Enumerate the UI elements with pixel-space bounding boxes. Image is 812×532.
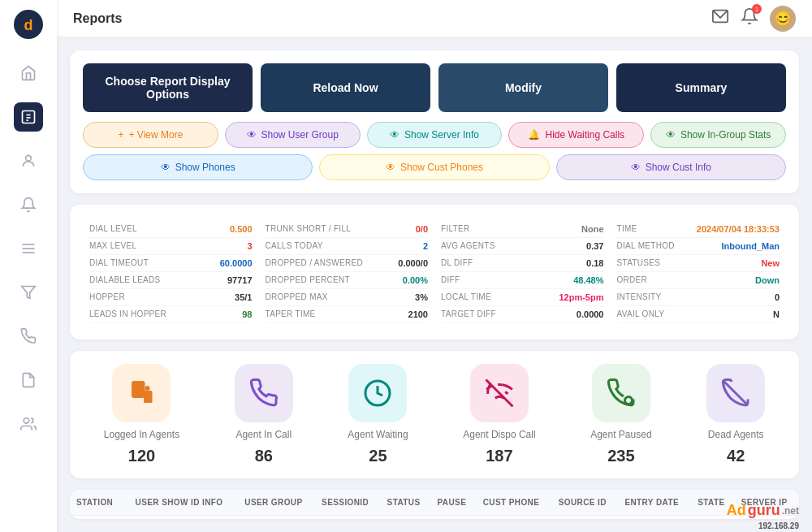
eye-icon-3: 👁 bbox=[666, 129, 676, 141]
stat-leads-in-hopper: LEADS IN HOPPER 98 bbox=[89, 306, 253, 323]
choose-report-button[interactable]: Choose Report Display Options bbox=[83, 63, 253, 112]
stat-dial-method: DIAL METHOD Inbound_Man bbox=[617, 238, 780, 255]
eye-icon-2: 👁 bbox=[390, 129, 400, 141]
stat-time: TIME 2024/07/04 18:33:53 bbox=[617, 221, 780, 238]
modify-button[interactable]: Modify bbox=[438, 63, 608, 112]
dispo-count: 187 bbox=[486, 447, 512, 465]
td-source-id bbox=[552, 516, 619, 520]
sidebar-item-filter[interactable] bbox=[14, 278, 43, 307]
table-row: SIP/gs103 1607 Admin 8600051 Paused bbox=[70, 516, 799, 520]
notification-badge: 1 bbox=[752, 4, 762, 14]
th-entry-date: ENTRY DATE bbox=[618, 490, 691, 516]
show-server-info-button[interactable]: 👁 Show Server Info bbox=[367, 122, 503, 148]
toolbar-card: Choose Report Display Options Reload Now… bbox=[70, 50, 799, 193]
agent-in-call-card: Agent In Call 86 bbox=[235, 364, 293, 465]
stat-dropped-max: DROPPED MAX 3% bbox=[266, 289, 429, 306]
td-entry-date bbox=[618, 516, 691, 520]
th-source-id: SOURCE ID bbox=[552, 490, 619, 516]
waiting-icon-wrap bbox=[348, 364, 407, 422]
header: Reports 1 😊 bbox=[57, 0, 812, 37]
sidebar-item-docs[interactable] bbox=[14, 365, 43, 395]
td-user-show-id: 1607 bbox=[129, 516, 239, 520]
mail-icon[interactable] bbox=[711, 7, 729, 29]
table-header-row: STATION USER SHOW ID INFO USER GROUP SES… bbox=[70, 490, 799, 516]
svg-rect-14 bbox=[144, 391, 153, 403]
waiting-label: Agent Waiting bbox=[348, 429, 408, 440]
dead-agents-card: Dead Agents 42 bbox=[706, 364, 765, 465]
stats-col-3: FILTER None AVG AGENTS 0.37 DL DIFF 0.18… bbox=[434, 218, 611, 327]
th-user-group: USER GROUP bbox=[238, 490, 315, 516]
bell-icon-btn: 🔔 bbox=[528, 129, 540, 141]
stat-trunk-short: TRUNK SHORT / FILL 0/0 bbox=[266, 221, 429, 238]
watermark-guru: guru bbox=[748, 502, 780, 519]
show-cust-phones-button[interactable]: 👁 Show Cust Phones bbox=[319, 154, 549, 180]
svg-rect-13 bbox=[132, 381, 145, 398]
dead-label: Dead Agents bbox=[708, 429, 764, 440]
stat-target-diff: TARGET DIFF 0.0000 bbox=[441, 306, 604, 323]
sidebar-item-users[interactable] bbox=[14, 146, 43, 175]
th-status: STATUS bbox=[381, 490, 431, 516]
eye-icon-5: 👁 bbox=[386, 162, 395, 173]
app-logo[interactable]: d bbox=[12, 8, 45, 41]
th-cust-phone: CUST PHONE bbox=[477, 490, 552, 516]
dispo-icon-wrap bbox=[470, 364, 529, 422]
paused-label: Agent Paused bbox=[590, 429, 651, 440]
top-buttons-row: Choose Report Display Options Reload Now… bbox=[83, 63, 786, 112]
logged-in-agents-card: Logged In Agents 120 bbox=[104, 364, 179, 465]
sidebar-item-notifications[interactable] bbox=[14, 190, 43, 219]
logged-in-label: Logged In Agents bbox=[104, 429, 179, 440]
svg-point-15 bbox=[145, 386, 150, 391]
dead-count: 42 bbox=[727, 447, 745, 465]
sidebar-item-team[interactable] bbox=[14, 409, 43, 439]
td-station: SIP/gs103 bbox=[70, 516, 129, 520]
stat-max-level: MAX LEVEL 3 bbox=[89, 238, 253, 255]
waiting-count: 25 bbox=[369, 447, 387, 465]
agents-table-card: STATION USER SHOW ID INFO USER GROUP SES… bbox=[70, 490, 799, 519]
stats-col-4: TIME 2024/07/04 18:33:53 DIAL METHOD Inb… bbox=[611, 218, 787, 327]
stats-col-2: TRUNK SHORT / FILL 0/0 CALLS TODAY 2 DRO… bbox=[259, 218, 435, 327]
stat-avg-agents: AVG AGENTS 0.37 bbox=[441, 238, 604, 255]
summary-button[interactable]: Summary bbox=[616, 63, 786, 112]
stat-dialable-leads: DIALABLE LEADS 97717 bbox=[89, 272, 253, 289]
sidebar-item-phone[interactable] bbox=[14, 322, 43, 351]
content-area: Choose Report Display Options Reload Now… bbox=[57, 37, 812, 532]
stats-grid: DIAL LEVEL 0.500 MAX LEVEL 3 DIAL TIMEOU… bbox=[83, 218, 786, 327]
agents-table: STATION USER SHOW ID INFO USER GROUP SES… bbox=[70, 490, 799, 519]
logged-in-icon-wrap bbox=[112, 364, 171, 422]
stat-statuses: STATUSES New bbox=[617, 255, 780, 272]
bell-icon[interactable]: 1 bbox=[741, 7, 758, 29]
td-pause bbox=[430, 516, 476, 520]
logged-in-count: 120 bbox=[128, 447, 155, 465]
dispo-label: Agent Dispo Call bbox=[463, 429, 535, 440]
th-pause: PAUSE bbox=[430, 490, 476, 516]
plus-icon: + bbox=[118, 129, 123, 141]
view-more-button[interactable]: + + View More bbox=[83, 122, 218, 148]
agent-cards-section: Logged In Agents 120 Agent In Call 86 Ag… bbox=[70, 351, 799, 478]
stat-dial-timeout: DIAL TIMEOUT 60.0000 bbox=[89, 255, 253, 272]
watermark-ad: Ad bbox=[727, 502, 746, 519]
svg-point-6 bbox=[26, 155, 32, 161]
show-user-group-button[interactable]: 👁 Show User Group bbox=[225, 122, 361, 148]
eye-icon-6: 👁 bbox=[631, 162, 641, 173]
stat-local-time: LOCAL TIME 12pm-5pm bbox=[441, 289, 604, 306]
in-call-icon-wrap bbox=[235, 364, 293, 422]
sub-buttons-row: + + View More 👁 Show User Group 👁 Show S… bbox=[83, 122, 786, 180]
sidebar-item-reports[interactable] bbox=[14, 102, 43, 132]
show-ingroup-stats-button[interactable]: 👁 Show In-Group Stats bbox=[650, 122, 786, 148]
show-phones-button[interactable]: 👁 Show Phones bbox=[83, 154, 313, 180]
reload-now-button[interactable]: Reload Now bbox=[261, 63, 430, 112]
sidebar-item-list[interactable] bbox=[14, 234, 43, 263]
stat-order: ORDER Down bbox=[617, 272, 780, 289]
sidebar-item-home[interactable] bbox=[14, 58, 43, 88]
avatar[interactable]: 😊 bbox=[770, 6, 796, 32]
stat-dl-diff: DL DIFF 0.18 bbox=[441, 255, 604, 272]
stat-diff: DIFF 48.48% bbox=[441, 272, 604, 289]
agent-waiting-card: Agent Waiting 25 bbox=[348, 364, 408, 465]
th-station: STATION bbox=[70, 490, 129, 516]
show-cust-info-button[interactable]: 👁 Show Cust Info bbox=[556, 154, 786, 180]
header-actions: 1 😊 bbox=[711, 6, 796, 32]
stat-dropped-answered: DROPPED / ANSWERED 0.000/0 bbox=[266, 255, 429, 272]
agent-paused-card: Agent Paused 235 bbox=[590, 364, 651, 465]
hide-waiting-calls-button[interactable]: 🔔 Hide Waiting Calls bbox=[508, 122, 644, 148]
main-content: Reports 1 😊 Choose Report Display Option… bbox=[57, 0, 812, 532]
